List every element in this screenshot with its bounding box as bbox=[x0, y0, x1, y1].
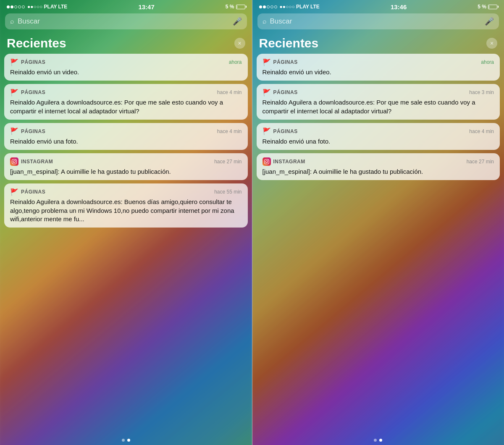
page-dot bbox=[122, 439, 125, 442]
notif-body: Reinaldo Aguilera a downloadsource.es: B… bbox=[10, 198, 242, 223]
app-info: INSTAGRAM bbox=[262, 157, 305, 166]
signal-dot-2 bbox=[263, 5, 266, 8]
battery-percent-right: 5 % bbox=[478, 4, 486, 10]
battery-percent-left: 5 % bbox=[226, 4, 234, 10]
app-info: 🚩 PÁGINAS bbox=[10, 88, 45, 97]
app-info: INSTAGRAM bbox=[10, 157, 53, 166]
notif-time: hace 4 min bbox=[217, 128, 242, 134]
paginas-icon: 🚩 bbox=[10, 127, 18, 136]
app-name: PÁGINAS bbox=[273, 89, 298, 95]
notifications-list-left: 🚩 PÁGINAS ahora Reinaldo envió un video.… bbox=[0, 54, 252, 228]
notif-header: 🚩 PÁGINAS ahora bbox=[262, 58, 494, 66]
notif-header: 🚩 PÁGINAS hace 55 min bbox=[10, 188, 242, 196]
signal-dot-2 bbox=[10, 5, 13, 8]
paginas-icon: 🚩 bbox=[262, 58, 271, 66]
signal-dot-4 bbox=[270, 5, 273, 8]
recientes-header-left: Recientes × bbox=[0, 33, 252, 54]
mic-icon-left[interactable]: 🎤 bbox=[233, 17, 242, 26]
recientes-title-right: Recientes bbox=[259, 36, 319, 50]
battery-icon-left bbox=[236, 5, 245, 9]
paginas-icon: 🚩 bbox=[10, 58, 18, 66]
time-left: 13:47 bbox=[138, 3, 154, 10]
notif-time: hace 4 min bbox=[217, 89, 242, 95]
instagram-icon bbox=[262, 157, 271, 166]
close-button-right[interactable]: × bbox=[486, 38, 497, 49]
paginas-icon: 🚩 bbox=[10, 188, 18, 196]
search-bar-left[interactable]: ⌕ Buscar 🎤 bbox=[5, 13, 247, 29]
search-icon-left: ⌕ bbox=[10, 18, 14, 25]
signal-dot-5 bbox=[274, 5, 277, 8]
recientes-header-right: Recientes × bbox=[252, 33, 504, 54]
notification-card[interactable]: 🚩 PÁGINAS hace 4 min Reinaldo envió una … bbox=[4, 123, 248, 150]
app-info: 🚩 PÁGINAS bbox=[10, 58, 45, 66]
app-name: PÁGINAS bbox=[21, 89, 45, 95]
notif-header: 🚩 PÁGINAS hace 3 min bbox=[262, 88, 494, 97]
notification-card[interactable]: 🚩 PÁGINAS hace 4 min Reinaldo envió una … bbox=[257, 123, 500, 150]
paginas-icon: 🚩 bbox=[262, 88, 271, 97]
app-name: PÁGINAS bbox=[273, 59, 298, 65]
notification-card[interactable]: 🚩 PÁGINAS ahora Reinaldo envió un video. bbox=[4, 54, 248, 81]
app-name: PÁGINAS bbox=[21, 128, 45, 134]
notif-time: hace 3 min bbox=[469, 89, 494, 95]
signal-dots bbox=[7, 5, 25, 8]
app-info: 🚩 PÁGINAS bbox=[10, 188, 45, 196]
page-dot-active bbox=[127, 439, 130, 442]
close-button-left[interactable]: × bbox=[234, 38, 245, 49]
notif-time: hace 55 min bbox=[214, 189, 242, 195]
signal-dot-3 bbox=[267, 5, 270, 8]
app-name: PÁGINAS bbox=[21, 189, 45, 195]
app-info: 🚩 PÁGINAS bbox=[10, 127, 45, 136]
recientes-title-left: Recientes bbox=[7, 36, 66, 50]
notif-header: 🚩 PÁGINAS hace 4 min bbox=[10, 88, 242, 97]
battery-right: 5 % bbox=[478, 4, 497, 10]
status-bar-right: ●●○○○ PLAY LTE 13:46 5 % bbox=[252, 0, 504, 12]
app-name: INSTAGRAM bbox=[273, 159, 305, 165]
battery-fill-left bbox=[237, 5, 237, 8]
notification-card[interactable]: INSTAGRAM hace 27 min [juan_m_espinal]: … bbox=[4, 153, 248, 180]
carrier-right: ●●○○○ PLAY LTE bbox=[280, 4, 320, 10]
paginas-icon: 🚩 bbox=[10, 88, 18, 97]
signal-dot-4 bbox=[18, 5, 21, 8]
app-name: PÁGINAS bbox=[273, 128, 298, 134]
battery-icon-right bbox=[488, 5, 497, 9]
notification-card[interactable]: 🚩 PÁGINAS hace 4 min Reinaldo Aguilera a… bbox=[4, 84, 248, 120]
signal-dot-1 bbox=[7, 5, 10, 8]
notif-body: Reinaldo envió una foto. bbox=[10, 137, 242, 146]
signal-dot-3 bbox=[14, 5, 17, 8]
notification-card[interactable]: INSTAGRAM hace 27 min [juan_m_espinal]: … bbox=[257, 153, 500, 180]
time-right: 13:46 bbox=[391, 3, 407, 10]
notif-time: ahora bbox=[481, 59, 494, 65]
instagram-icon bbox=[10, 157, 18, 166]
notif-body: Reinaldo envió una foto. bbox=[262, 137, 494, 146]
app-name: PÁGINAS bbox=[21, 59, 45, 65]
notif-time: hace 27 min bbox=[214, 159, 242, 165]
mic-icon-right[interactable]: 🎤 bbox=[485, 17, 494, 26]
page-dots-right bbox=[252, 434, 504, 445]
notif-body: [juan_m_espinal]: A ouimillie le ha gust… bbox=[262, 168, 494, 176]
notification-card[interactable]: 🚩 PÁGINAS hace 55 min Reinaldo Aguilera … bbox=[4, 183, 248, 228]
search-placeholder-left: Buscar bbox=[18, 17, 229, 26]
notif-body: Reinaldo Aguilera a downloadsource.es: P… bbox=[10, 98, 242, 115]
app-name: INSTAGRAM bbox=[21, 159, 53, 165]
notif-header: 🚩 PÁGINAS hace 4 min bbox=[10, 127, 242, 136]
notif-time: ahora bbox=[229, 59, 242, 65]
notification-card[interactable]: 🚩 PÁGINAS hace 3 min Reinaldo Aguilera a… bbox=[257, 84, 500, 120]
signal-dot-1 bbox=[259, 5, 262, 8]
notif-time: hace 27 min bbox=[467, 159, 494, 165]
app-info: 🚩 PÁGINAS bbox=[262, 127, 298, 136]
page-dots-left bbox=[0, 434, 252, 445]
app-info: 🚩 PÁGINAS bbox=[262, 88, 298, 97]
notif-header: INSTAGRAM hace 27 min bbox=[262, 157, 494, 166]
battery-left: 5 % bbox=[226, 4, 245, 10]
notification-card[interactable]: 🚩 PÁGINAS ahora Reinaldo envió un video. bbox=[257, 54, 500, 81]
status-left: ●●○○○ PLAY LTE bbox=[7, 4, 67, 10]
notif-body: Reinaldo envió un video. bbox=[262, 68, 494, 76]
page-dot-active bbox=[379, 439, 382, 442]
search-icon-right: ⌕ bbox=[262, 18, 267, 25]
search-bar-right[interactable]: ⌕ Buscar 🎤 bbox=[257, 13, 499, 29]
paginas-icon: 🚩 bbox=[262, 127, 271, 136]
notif-body: [juan_m_espinal]: A ouimillie le ha gust… bbox=[10, 168, 242, 176]
notif-header: 🚩 PÁGINAS hace 4 min bbox=[262, 127, 494, 136]
status-bar-left: ●●○○○ PLAY LTE 13:47 5 % bbox=[0, 0, 252, 12]
carrier-left: ●●○○○ PLAY LTE bbox=[27, 4, 67, 10]
